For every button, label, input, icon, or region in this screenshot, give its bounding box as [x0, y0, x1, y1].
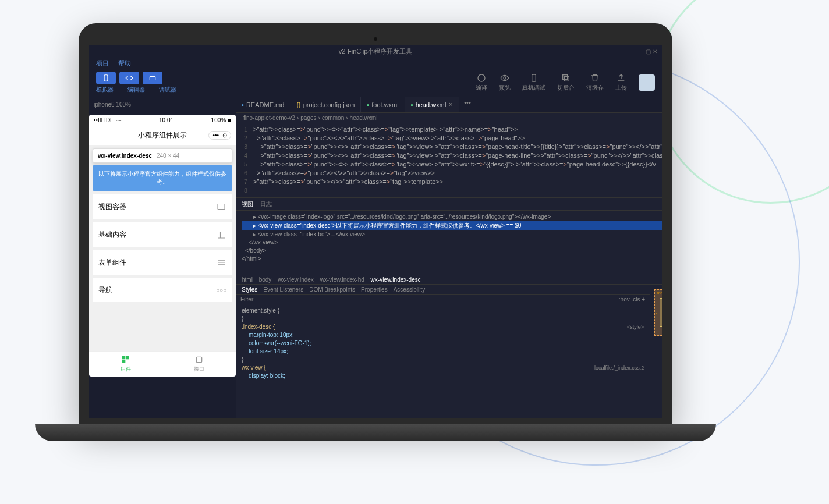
action-remote-debug[interactable]: 真机调试 [522, 73, 545, 92]
list-item[interactable]: 表单组件 [93, 250, 232, 275]
tab-project-config[interactable]: {}project.config.json [290, 97, 361, 112]
svg-rect-5 [563, 75, 568, 80]
svg-rect-9 [126, 356, 129, 359]
styles-tab-events[interactable]: Event Listeners [263, 286, 303, 293]
dom-tree[interactable]: ▸ <wx-image class="index-logo" src="../r… [236, 211, 662, 275]
svg-rect-11 [196, 357, 201, 362]
devtools-tab-log[interactable]: 日志 [260, 200, 272, 208]
action-preview[interactable]: 预览 [499, 73, 511, 92]
app-title: v2-FinClip小程序开发工具 [339, 47, 413, 56]
window-controls[interactable]: — ▢ ✕ [638, 48, 657, 55]
svg-point-3 [504, 77, 506, 79]
svg-rect-7 [218, 204, 225, 210]
filter-input[interactable]: Filter [240, 296, 253, 303]
mode-debugger[interactable] [143, 72, 162, 84]
list-item[interactable]: 导航○○○ [93, 278, 232, 302]
titlebar: v2-FinClip小程序开发工具 — ▢ ✕ [89, 45, 662, 57]
highlighted-element: 以下将展示小程序官方组件能力，组件样式仅供参考。 [93, 165, 232, 191]
svg-rect-10 [122, 360, 125, 363]
action-compile[interactable]: 编译 [476, 73, 487, 92]
mode-simulator[interactable] [96, 72, 116, 84]
more-tabs-icon[interactable]: ••• [459, 97, 476, 112]
styles-tab-a11y[interactable]: Accessibility [394, 286, 425, 293]
list-item[interactable]: 基础内容 [93, 222, 232, 247]
devtools-tab-view[interactable]: 视图 [242, 200, 253, 208]
editor-area: ▪README.md {}project.config.json ▪foot.w… [236, 97, 662, 418]
screen: v2-FinClip小程序开发工具 — ▢ ✕ 项目 帮助 模拟器 编辑器 调试… [89, 45, 662, 418]
tab-api[interactable]: 接口 [162, 352, 236, 377]
svg-rect-6 [564, 76, 569, 81]
css-rules[interactable]: element.style { } .index-desc {<style> m… [236, 304, 650, 382]
menu-help[interactable]: 帮助 [118, 59, 131, 68]
mode-editor[interactable] [119, 72, 139, 84]
topbar: 模拟器 编辑器 调试器 编译 预览 真机调试 切后台 清缓存 上传 [89, 69, 662, 97]
devtools: 视图 日志 ▸ <wx-image class="index-logo" src… [236, 197, 662, 389]
box-model: margin 10 - - - border - padding - 240 ×… [650, 285, 662, 389]
tab-readme[interactable]: ▪README.md [236, 97, 290, 112]
svg-point-2 [478, 74, 485, 81]
menubar: 项目 帮助 [89, 57, 662, 69]
action-clear-cache[interactable]: 清缓存 [586, 73, 604, 92]
hov-cls[interactable]: :hov .cls + [619, 296, 645, 303]
action-upload[interactable]: 上传 [615, 73, 627, 92]
breadcrumb: fino-applet-demo-v2›pages›common›head.wx… [236, 113, 662, 123]
simulator-panel: iphone6 100% ••III IDE ⁓ 10:01 100% ■ 小程… [89, 97, 236, 418]
phone-simulator: ••III IDE ⁓ 10:01 100% ■ 小程序组件展示 •••⊙ wx… [89, 115, 236, 377]
styles-tab-props[interactable]: Properties [361, 286, 388, 293]
tab-components[interactable]: 组件 [89, 352, 162, 377]
styles-tab-styles[interactable]: Styles [242, 286, 257, 293]
svg-rect-8 [122, 356, 125, 359]
styles-tab-dom-bp[interactable]: DOM Breakpoints [309, 286, 355, 293]
inspector-tooltip: wx-view.index-desc 240 × 44 [93, 148, 232, 163]
avatar[interactable] [639, 74, 655, 91]
tab-foot-wxml[interactable]: ▪foot.wxml [361, 97, 405, 112]
capsule-button[interactable]: •••⊙ [208, 131, 231, 140]
svg-rect-4 [532, 74, 536, 81]
svg-rect-0 [104, 75, 108, 81]
dom-breadcrumb: html body wx-view.index wx-view.index-hd… [236, 275, 662, 285]
page-title: 小程序组件展示 [138, 130, 187, 140]
list-item[interactable]: 视图容器 [93, 194, 232, 219]
device-info: iphone6 100% [89, 99, 236, 110]
laptop-frame: v2-FinClip小程序开发工具 — ▢ ✕ 项目 帮助 模拟器 编辑器 调试… [35, 23, 716, 471]
svg-rect-1 [150, 77, 155, 80]
action-background[interactable]: 切后台 [557, 73, 575, 92]
close-icon[interactable]: ✕ [448, 101, 453, 108]
tab-head-wxml[interactable]: ▪head.wxml✕ [405, 97, 459, 112]
editor-tabs: ▪README.md {}project.config.json ▪foot.w… [236, 97, 662, 113]
phone-tabbar: 组件 接口 [89, 351, 236, 377]
menu-project[interactable]: 项目 [96, 59, 109, 68]
code-editor[interactable]: 1>"attr">>class>=>"punc">><>>"attr">>cla… [236, 123, 662, 197]
